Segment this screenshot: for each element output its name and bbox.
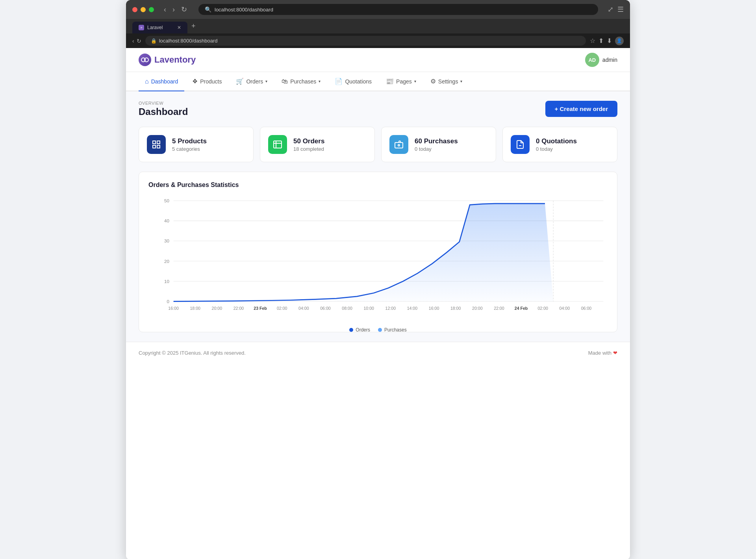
logo: Laventory — [139, 54, 196, 66]
stats-grid: 5 Products 5 categories 50 Orders — [139, 127, 617, 162]
made-with-text: Made with — [588, 350, 611, 356]
svg-text:16:00: 16:00 — [168, 306, 179, 311]
nav-item-orders[interactable]: 🛒 Orders ▾ — [230, 72, 274, 91]
url-back-btn[interactable]: ‹ — [132, 38, 134, 44]
quotations-stat-sub: 0 today — [536, 146, 577, 152]
home-icon: ⌂ — [145, 78, 149, 85]
nav-label-quotations: Quotations — [345, 78, 372, 85]
menu-btn[interactable]: ☰ — [617, 5, 624, 14]
settings-chevron-icon: ▾ — [460, 79, 462, 83]
page-header-left: OVERVIEW Dashboard — [139, 101, 188, 117]
purchases-stat-sub: 0 today — [415, 146, 458, 152]
svg-text:12:00: 12:00 — [385, 306, 396, 311]
nav-label-dashboard: Dashboard — [151, 78, 178, 85]
nav-label-settings: Settings — [438, 78, 458, 85]
nav-item-dashboard[interactable]: ⌂ Dashboard — [139, 72, 184, 91]
url-display: localhost:8000/dashboard — [159, 38, 218, 44]
svg-text:10: 10 — [164, 279, 169, 284]
chart-area-fill — [174, 204, 554, 302]
nav-label-pages: Pages — [396, 78, 412, 85]
pages-icon: 📰 — [386, 78, 394, 85]
orders-chevron-icon: ▾ — [265, 79, 267, 83]
window-minimize-btn[interactable] — [141, 7, 146, 12]
tab-close-btn[interactable]: ✕ — [177, 25, 181, 30]
nav-label-purchases: Purchases — [290, 78, 316, 85]
svg-text:40: 40 — [164, 218, 169, 223]
svg-text:16:00: 16:00 — [429, 306, 439, 311]
lock-icon: 🔒 — [151, 38, 157, 44]
products-stat-icon — [147, 135, 166, 154]
app-footer: Copyright © 2025 ITGenius. All rights re… — [126, 342, 630, 364]
svg-text:14:00: 14:00 — [407, 306, 418, 311]
profile-icon[interactable]: 👤 — [615, 37, 624, 45]
legend-purchases-label: Purchases — [384, 327, 407, 333]
quotations-stat-icon — [511, 135, 530, 154]
chart-title: Orders & Purchases Statistics — [148, 181, 608, 189]
svg-rect-2 — [153, 141, 156, 144]
nav-item-settings[interactable]: ⚙ Settings ▾ — [424, 72, 469, 91]
url-reload-btn[interactable]: ↻ — [137, 38, 141, 44]
purchases-stat-icon — [389, 135, 408, 154]
logo-text: Laventory — [154, 55, 196, 65]
legend-orders-label: Orders — [356, 327, 370, 333]
download-icon[interactable]: ⬇ — [607, 37, 612, 44]
browser-reload-btn[interactable]: ↻ — [179, 4, 189, 15]
create-order-button[interactable]: + Create new order — [545, 101, 617, 117]
browser-tab-laravel[interactable]: » Laravel ✕ — [132, 22, 187, 33]
legend-orders-dot — [349, 328, 353, 332]
orders-stat-icon — [268, 135, 287, 154]
page-header: OVERVIEW Dashboard + Create new order — [139, 101, 617, 117]
overview-label: OVERVIEW — [139, 101, 188, 106]
legend-orders: Orders — [349, 327, 370, 333]
quotations-stat-main: 0 Quotations — [536, 137, 577, 145]
purchases-stat-info: 60 Purchases 0 today — [415, 137, 458, 152]
svg-text:20: 20 — [164, 258, 169, 263]
main-nav: ⌂ Dashboard ❖ Products 🛒 Orders ▾ 🛍 Purc… — [126, 72, 630, 91]
chart-svg: 0 10 20 30 40 50 — [148, 196, 608, 322]
svg-rect-6 — [274, 141, 282, 148]
legend-purchases: Purchases — [378, 327, 407, 333]
svg-text:20:00: 20:00 — [472, 306, 483, 311]
svg-text:23 Feb: 23 Feb — [254, 306, 267, 311]
logo-icon — [139, 54, 151, 66]
quotations-icon: 📄 — [335, 78, 343, 85]
settings-icon: ⚙ — [430, 78, 436, 85]
nav-label-orders: Orders — [246, 78, 263, 85]
chart-legend: Orders Purchases — [148, 327, 608, 333]
window-close-btn[interactable] — [132, 7, 137, 12]
chart-section: Orders & Purchases Statistics 0 10 20 — [139, 172, 617, 332]
window-maximize-btn[interactable] — [149, 7, 154, 12]
purchases-icon: 🛍 — [282, 78, 288, 85]
footer-copyright: Copyright © 2025 ITGenius. All rights re… — [139, 350, 246, 356]
svg-text:22:00: 22:00 — [494, 306, 504, 311]
nav-item-quotations[interactable]: 📄 Quotations — [328, 72, 378, 91]
user-info: AD admin — [585, 53, 617, 67]
search-icon: 🔍 — [205, 6, 211, 13]
svg-text:04:00: 04:00 — [298, 306, 309, 311]
browser-back-btn[interactable]: ‹ — [162, 5, 168, 15]
nav-item-purchases[interactable]: 🛍 Purchases ▾ — [275, 72, 327, 91]
orders-stat-main: 50 Orders — [293, 137, 324, 145]
orders-stat-info: 50 Orders 18 completed — [293, 137, 324, 152]
footer-made-with: Made with ❤ — [588, 350, 617, 356]
bookmark-icon[interactable]: ☆ — [590, 37, 595, 44]
user-avatar: AD — [585, 53, 599, 67]
svg-text:18:00: 18:00 — [190, 306, 200, 311]
svg-text:10:00: 10:00 — [363, 306, 374, 311]
nav-item-products[interactable]: ❖ Products — [186, 72, 228, 91]
browser-forward-btn[interactable]: › — [170, 5, 177, 15]
main-content: OVERVIEW Dashboard + Create new order 5 … — [126, 91, 630, 342]
tab-favicon: » — [139, 25, 144, 30]
svg-text:02:00: 02:00 — [277, 306, 287, 311]
svg-rect-5 — [157, 145, 160, 148]
new-tab-btn[interactable]: + — [187, 19, 200, 33]
stat-card-products: 5 Products 5 categories — [139, 127, 254, 162]
svg-text:22:00: 22:00 — [233, 306, 244, 311]
nav-item-pages[interactable]: 📰 Pages ▾ — [380, 72, 422, 91]
chart-container: 0 10 20 30 40 50 — [148, 196, 608, 322]
products-stat-sub: 5 categories — [172, 146, 207, 152]
expand-btn[interactable]: ⤢ — [608, 5, 613, 14]
share-icon[interactable]: ⬆ — [598, 37, 604, 44]
orders-icon: 🛒 — [236, 78, 244, 85]
svg-text:24 Feb: 24 Feb — [515, 306, 528, 311]
